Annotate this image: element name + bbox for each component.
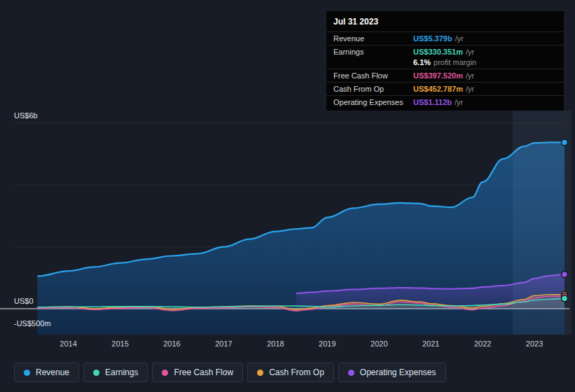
tooltip-row-free-cash-flow: Free Cash Flow US$397.520m /yr: [326, 69, 564, 82]
tooltip-row-earnings: Earnings US$330.351m /yr: [326, 45, 564, 58]
tooltip-row-operating-expenses: Operating Expenses US$1.112b /yr: [326, 95, 564, 108]
svg-text:2023: 2023: [526, 340, 543, 348]
tooltip-value: US$1.112b: [413, 98, 452, 106]
tooltip-suffix: /yr: [466, 85, 474, 93]
svg-text:2014: 2014: [60, 340, 76, 348]
tooltip-label: Operating Expenses: [333, 98, 413, 106]
svg-text:2015: 2015: [111, 340, 128, 348]
tooltip-label: Free Cash Flow: [333, 71, 413, 80]
earnings-dot-icon: [93, 370, 99, 376]
tooltip-suffix: /yr: [466, 71, 474, 80]
svg-text:2016: 2016: [163, 340, 180, 348]
tooltip-value: US$452.787m: [413, 85, 463, 93]
svg-text:2017: 2017: [215, 340, 232, 348]
tooltip-suffix: profit margin: [434, 58, 476, 66]
tooltip-suffix: /yr: [466, 48, 474, 56]
svg-text:2022: 2022: [474, 340, 491, 348]
svg-text:US$6b: US$6b: [14, 111, 38, 120]
operating-expenses-dot-icon: [348, 370, 354, 376]
legend-label: Operating Expenses: [360, 368, 436, 377]
tooltip-row-cash-from-op: Cash From Op US$452.787m /yr: [326, 82, 564, 95]
chart-legend: Revenue Earnings Free Cash Flow Cash Fro…: [14, 363, 446, 382]
tooltip-label: Earnings: [333, 48, 413, 56]
svg-text:2018: 2018: [267, 340, 284, 348]
legend-label: Earnings: [105, 368, 138, 377]
revenue-dot-icon: [24, 370, 30, 376]
legend-item-operating-expenses[interactable]: Operating Expenses: [338, 363, 446, 382]
tooltip-row-profit-margin: 6.1% profit margin: [326, 58, 564, 69]
svg-text:-US$500m: -US$500m: [14, 319, 51, 328]
tooltip-suffix: /yr: [455, 34, 464, 43]
tooltip-suffix: /yr: [455, 98, 463, 106]
tooltip-value: US$397.520m: [413, 71, 463, 80]
legend-item-cash-from-op[interactable]: Cash From Op: [247, 363, 334, 382]
svg-text:US$0: US$0: [14, 297, 34, 305]
tooltip-row-revenue: Revenue US$5.379b /yr: [326, 31, 564, 45]
legend-label: Cash From Op: [269, 368, 324, 377]
tooltip-label: Cash From Op: [333, 85, 413, 93]
free-cash-flow-dot-icon: [162, 370, 168, 376]
tooltip-panel: Jul 31 2023 Revenue US$5.379b /yr Earnin…: [326, 11, 564, 111]
tooltip-date: Jul 31 2023: [326, 11, 564, 31]
tooltip-label: Revenue: [333, 34, 413, 43]
legend-label: Revenue: [36, 368, 69, 377]
cash-from-op-dot-icon: [257, 370, 263, 376]
legend-item-free-cash-flow[interactable]: Free Cash Flow: [152, 363, 243, 382]
svg-text:2019: 2019: [319, 340, 335, 348]
legend-item-revenue[interactable]: Revenue: [14, 363, 79, 382]
legend-label: Free Cash Flow: [174, 368, 233, 377]
legend-item-earnings[interactable]: Earnings: [83, 363, 148, 382]
svg-text:2020: 2020: [370, 340, 387, 348]
tooltip-value: US$330.351m: [413, 48, 463, 56]
tooltip-value: US$5.379b: [413, 34, 452, 43]
svg-text:2021: 2021: [422, 340, 439, 348]
tooltip-value: 6.1%: [413, 58, 431, 66]
